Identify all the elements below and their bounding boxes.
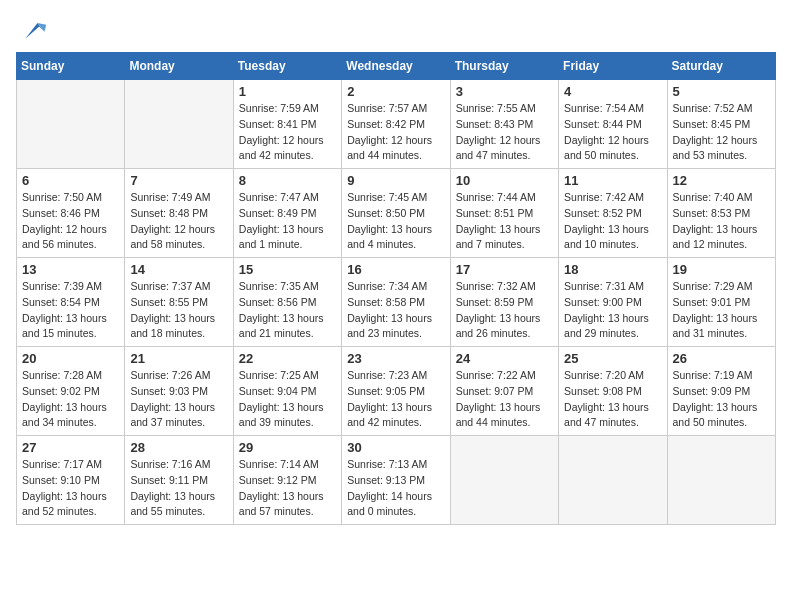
day-info: Sunset: 9:04 PM [239, 384, 336, 400]
day-number: 6 [22, 173, 119, 188]
day-info: Sunrise: 7:23 AM [347, 368, 444, 384]
week-row-3: 13Sunrise: 7:39 AMSunset: 8:54 PMDayligh… [17, 258, 776, 347]
day-info: Sunrise: 7:22 AM [456, 368, 553, 384]
day-info: Daylight: 13 hours and 29 minutes. [564, 311, 661, 343]
day-info: Daylight: 12 hours and 56 minutes. [22, 222, 119, 254]
day-cell: 30Sunrise: 7:13 AMSunset: 9:13 PMDayligh… [342, 436, 450, 525]
day-info: Sunset: 8:42 PM [347, 117, 444, 133]
svg-marker-1 [38, 23, 47, 32]
day-info: Daylight: 12 hours and 47 minutes. [456, 133, 553, 165]
day-info: Sunrise: 7:20 AM [564, 368, 661, 384]
day-info: Daylight: 13 hours and 12 minutes. [673, 222, 770, 254]
day-info: Daylight: 13 hours and 10 minutes. [564, 222, 661, 254]
day-number: 26 [673, 351, 770, 366]
day-cell [667, 436, 775, 525]
day-info: Sunrise: 7:29 AM [673, 279, 770, 295]
day-info: Sunset: 8:41 PM [239, 117, 336, 133]
day-cell: 8Sunrise: 7:47 AMSunset: 8:49 PMDaylight… [233, 169, 341, 258]
day-info: Sunrise: 7:31 AM [564, 279, 661, 295]
day-info: Daylight: 13 hours and 57 minutes. [239, 489, 336, 521]
day-info: Sunset: 8:46 PM [22, 206, 119, 222]
day-info: Sunset: 8:55 PM [130, 295, 227, 311]
day-info: Sunset: 9:12 PM [239, 473, 336, 489]
header-row: SundayMondayTuesdayWednesdayThursdayFrid… [17, 53, 776, 80]
day-number: 15 [239, 262, 336, 277]
day-number: 30 [347, 440, 444, 455]
day-number: 3 [456, 84, 553, 99]
day-number: 28 [130, 440, 227, 455]
day-number: 1 [239, 84, 336, 99]
day-info: Sunset: 8:59 PM [456, 295, 553, 311]
day-cell: 11Sunrise: 7:42 AMSunset: 8:52 PMDayligh… [559, 169, 667, 258]
day-info: Sunrise: 7:49 AM [130, 190, 227, 206]
day-info: Sunset: 9:09 PM [673, 384, 770, 400]
day-info: Sunset: 9:13 PM [347, 473, 444, 489]
day-info: Daylight: 13 hours and 42 minutes. [347, 400, 444, 432]
day-info: Daylight: 13 hours and 7 minutes. [456, 222, 553, 254]
day-info: Sunset: 9:05 PM [347, 384, 444, 400]
day-cell: 26Sunrise: 7:19 AMSunset: 9:09 PMDayligh… [667, 347, 775, 436]
day-number: 11 [564, 173, 661, 188]
day-cell [17, 80, 125, 169]
header-thursday: Thursday [450, 53, 558, 80]
day-info: Sunrise: 7:44 AM [456, 190, 553, 206]
day-info: Daylight: 12 hours and 53 minutes. [673, 133, 770, 165]
day-number: 10 [456, 173, 553, 188]
day-cell [559, 436, 667, 525]
day-info: Sunrise: 7:47 AM [239, 190, 336, 206]
day-info: Daylight: 13 hours and 31 minutes. [673, 311, 770, 343]
day-cell: 10Sunrise: 7:44 AMSunset: 8:51 PMDayligh… [450, 169, 558, 258]
day-number: 12 [673, 173, 770, 188]
day-number: 9 [347, 173, 444, 188]
header-sunday: Sunday [17, 53, 125, 80]
day-info: Sunset: 8:56 PM [239, 295, 336, 311]
day-info: Daylight: 13 hours and 39 minutes. [239, 400, 336, 432]
day-cell: 1Sunrise: 7:59 AMSunset: 8:41 PMDaylight… [233, 80, 341, 169]
day-cell: 9Sunrise: 7:45 AMSunset: 8:50 PMDaylight… [342, 169, 450, 258]
header-monday: Monday [125, 53, 233, 80]
day-cell: 4Sunrise: 7:54 AMSunset: 8:44 PMDaylight… [559, 80, 667, 169]
day-info: Sunrise: 7:54 AM [564, 101, 661, 117]
day-info: Sunset: 9:01 PM [673, 295, 770, 311]
header-friday: Friday [559, 53, 667, 80]
day-info: Sunset: 9:10 PM [22, 473, 119, 489]
day-cell [125, 80, 233, 169]
day-cell: 25Sunrise: 7:20 AMSunset: 9:08 PMDayligh… [559, 347, 667, 436]
day-cell: 24Sunrise: 7:22 AMSunset: 9:07 PMDayligh… [450, 347, 558, 436]
day-info: Sunset: 8:43 PM [456, 117, 553, 133]
header-saturday: Saturday [667, 53, 775, 80]
day-info: Sunrise: 7:17 AM [22, 457, 119, 473]
day-info: Sunrise: 7:32 AM [456, 279, 553, 295]
day-info: Daylight: 13 hours and 44 minutes. [456, 400, 553, 432]
day-info: Sunrise: 7:39 AM [22, 279, 119, 295]
day-info: Sunset: 9:08 PM [564, 384, 661, 400]
header-wednesday: Wednesday [342, 53, 450, 80]
day-number: 17 [456, 262, 553, 277]
day-info: Daylight: 14 hours and 0 minutes. [347, 489, 444, 521]
day-number: 14 [130, 262, 227, 277]
day-cell: 14Sunrise: 7:37 AMSunset: 8:55 PMDayligh… [125, 258, 233, 347]
day-info: Daylight: 13 hours and 21 minutes. [239, 311, 336, 343]
day-cell: 5Sunrise: 7:52 AMSunset: 8:45 PMDaylight… [667, 80, 775, 169]
day-cell: 7Sunrise: 7:49 AMSunset: 8:48 PMDaylight… [125, 169, 233, 258]
day-info: Daylight: 13 hours and 18 minutes. [130, 311, 227, 343]
day-info: Daylight: 13 hours and 26 minutes. [456, 311, 553, 343]
day-info: Sunset: 8:54 PM [22, 295, 119, 311]
day-cell: 2Sunrise: 7:57 AMSunset: 8:42 PMDaylight… [342, 80, 450, 169]
day-cell: 23Sunrise: 7:23 AMSunset: 9:05 PMDayligh… [342, 347, 450, 436]
day-cell: 18Sunrise: 7:31 AMSunset: 9:00 PMDayligh… [559, 258, 667, 347]
day-info: Daylight: 12 hours and 50 minutes. [564, 133, 661, 165]
day-info: Daylight: 13 hours and 55 minutes. [130, 489, 227, 521]
logo-icon [20, 16, 48, 44]
day-info: Sunset: 8:45 PM [673, 117, 770, 133]
day-cell: 20Sunrise: 7:28 AMSunset: 9:02 PMDayligh… [17, 347, 125, 436]
day-info: Daylight: 13 hours and 1 minute. [239, 222, 336, 254]
day-number: 5 [673, 84, 770, 99]
day-info: Sunset: 8:58 PM [347, 295, 444, 311]
day-info: Daylight: 13 hours and 52 minutes. [22, 489, 119, 521]
day-info: Sunrise: 7:14 AM [239, 457, 336, 473]
day-info: Sunrise: 7:45 AM [347, 190, 444, 206]
day-info: Sunrise: 7:59 AM [239, 101, 336, 117]
day-info: Sunrise: 7:19 AM [673, 368, 770, 384]
day-cell: 13Sunrise: 7:39 AMSunset: 8:54 PMDayligh… [17, 258, 125, 347]
